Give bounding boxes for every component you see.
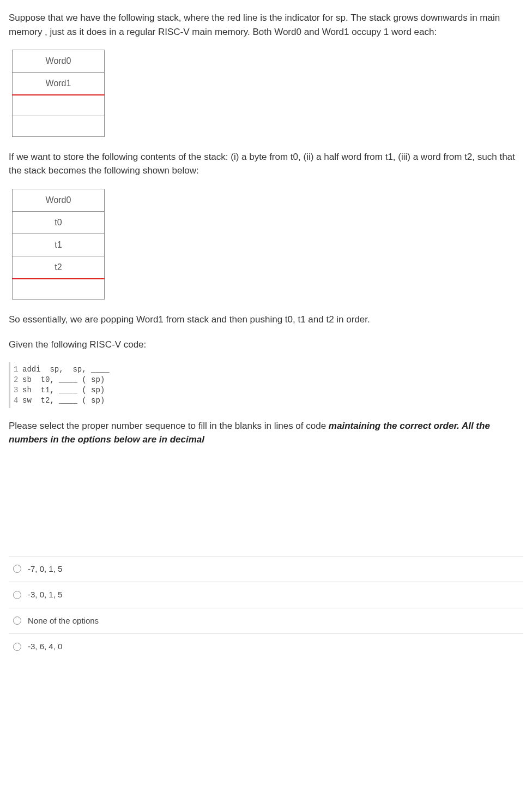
- stack2-cell-t2: t2: [13, 256, 105, 279]
- mid-paragraph: If we want to store the following conten…: [9, 150, 523, 178]
- intro-paragraph: Suppose that we have the following stack…: [9, 11, 523, 39]
- option-1[interactable]: -7, 0, 1, 5: [9, 556, 523, 583]
- stack2-cell-empty: [13, 279, 105, 300]
- radio-icon: [13, 565, 21, 573]
- stack2-cell-t0: t0: [13, 211, 105, 234]
- line-num-3: 3: [14, 385, 22, 396]
- stack-after-table: Word0 t0 t1 t2: [12, 189, 105, 300]
- stack1-cell-empty2: [13, 116, 105, 136]
- stack2-cell-t1: t1: [13, 234, 105, 256]
- question-tail: Please select the proper number sequence…: [9, 419, 523, 447]
- option-4[interactable]: -3, 6, 4, 0: [9, 634, 523, 660]
- option-2[interactable]: -3, 0, 1, 5: [9, 582, 523, 608]
- radio-icon: [13, 617, 21, 625]
- option-label-1: -7, 0, 1, 5: [28, 563, 62, 576]
- code-text-4: sw t2, ____ ( sp): [22, 396, 105, 405]
- code-text-3: sh t1, ____ ( sp): [22, 386, 105, 394]
- stack1-cell-word0: Word0: [13, 50, 105, 73]
- stack2-cell-word0: Word0: [13, 189, 105, 211]
- code-line-2: 2sb t0, ____ ( sp): [14, 375, 523, 385]
- code-line-1: 1addi sp, sp, ____: [14, 364, 523, 375]
- option-3[interactable]: None of the options: [9, 608, 523, 635]
- options-list: -7, 0, 1, 5 -3, 0, 1, 5 None of the opti…: [9, 556, 523, 660]
- stack1-cell-empty1: [13, 95, 105, 116]
- option-label-3: None of the options: [28, 615, 99, 627]
- code-line-4: 4sw t2, ____ ( sp): [14, 396, 523, 406]
- radio-icon: [13, 591, 21, 599]
- line-num-4: 4: [14, 396, 22, 406]
- stack1-cell-word1: Word1: [13, 73, 105, 95]
- radio-icon: [13, 643, 21, 651]
- code-text-2: sb t0, ____ ( sp): [22, 375, 105, 384]
- option-label-2: -3, 0, 1, 5: [28, 589, 62, 601]
- stack-before-table: Word0 Word1: [12, 50, 105, 137]
- code-line-3: 3sh t1, ____ ( sp): [14, 385, 523, 396]
- popping-paragraph: So essentially, we are popping Word1 fro…: [9, 313, 523, 327]
- tail-part1: Please select the proper number sequence…: [9, 421, 329, 431]
- option-label-4: -3, 6, 4, 0: [28, 641, 62, 653]
- code-text-1: addi sp, sp, ____: [22, 365, 110, 374]
- given-code-label: Given the following RISC-V code:: [9, 338, 523, 352]
- line-num-1: 1: [14, 364, 22, 375]
- line-num-2: 2: [14, 375, 22, 385]
- code-block: 1addi sp, sp, ____ 2sb t0, ____ ( sp) 3s…: [9, 362, 523, 408]
